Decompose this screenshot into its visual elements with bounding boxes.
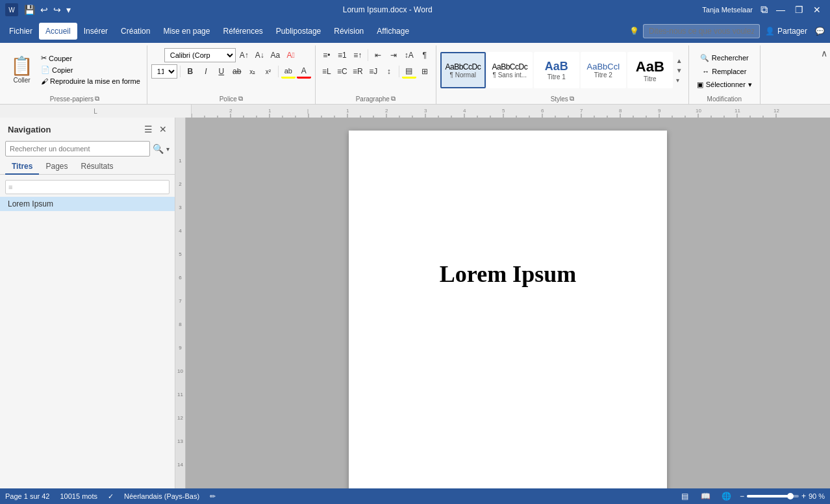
menu-mise-en-page[interactable]: Mise en page [157, 23, 216, 40]
share-button[interactable]: 👤 Partager [760, 24, 812, 38]
indent-decrease-button[interactable]: ⇤ [371, 48, 385, 62]
menu-affichage[interactable]: Affichage [370, 23, 416, 40]
zoom-bar[interactable] [747, 495, 799, 498]
show-marks-button[interactable]: ¶ [418, 48, 432, 62]
shading-button[interactable]: ▤ [402, 64, 416, 79]
navigation-level-bar: ≡ [5, 180, 170, 194]
rechercher-icon: 🔍 [700, 54, 709, 62]
clipboard-expand-icon[interactable]: ⧉ [95, 95, 99, 103]
underline-button[interactable]: U [214, 64, 229, 79]
style-title[interactable]: AaB Titre [627, 52, 673, 88]
styles-expand-icon[interactable]: ⧉ [570, 95, 574, 103]
superscript-button[interactable]: x² [261, 64, 275, 79]
numbering-button[interactable]: ≡1 [335, 48, 349, 62]
menu-fichier[interactable]: Fichier [3, 23, 39, 40]
font-case-button[interactable]: Aa [268, 48, 283, 62]
rechercher-button[interactable]: 🔍 Rechercher [696, 53, 753, 64]
document-page[interactable]: Lorem Ipsum [349, 131, 667, 488]
format-painter-button[interactable]: 🖌 Reproduire la mise en forme [38, 76, 143, 86]
qat-dropdown[interactable]: ▾ [64, 3, 73, 16]
modification-label: Modification [693, 94, 756, 104]
zoom-in-icon[interactable]: + [801, 492, 806, 501]
zoom-thumb[interactable] [787, 493, 794, 499]
remplacer-button[interactable]: ↔ Remplacer [698, 66, 750, 77]
paste-button[interactable]: 📋 Coller [6, 53, 37, 86]
ruler-toggle[interactable]: L [94, 108, 97, 115]
style-normal-label: ¶ Normal [450, 71, 476, 79]
line-spacing-button[interactable]: ↕ [382, 64, 396, 79]
clear-format-button[interactable]: A⃝ [284, 48, 298, 62]
font-name-select[interactable]: Calibri (Corp [164, 48, 236, 62]
menu-references[interactable]: Références [216, 23, 269, 40]
save-button[interactable]: 💾 [22, 3, 37, 16]
read-mode-button[interactable]: 📖 [698, 490, 714, 502]
highlight-button[interactable]: ab [281, 64, 296, 79]
zoom-slider[interactable]: − + 90 % [740, 492, 825, 501]
navigation-tab-titres[interactable]: Titres [5, 159, 39, 175]
menu-revision[interactable]: Révision [327, 23, 370, 40]
restore-button[interactable]: ❐ [791, 2, 807, 18]
menu-inserer[interactable]: Insérer [77, 23, 114, 40]
navigation-tab-resultats[interactable]: Résultats [75, 159, 120, 175]
menu-bar: Fichier Accueil Insérer Création Mise en… [0, 19, 830, 43]
svg-text:8: 8 [619, 108, 622, 114]
ruler-corner: L [0, 105, 192, 118]
align-right-button[interactable]: ≡R [351, 64, 365, 79]
navigation-search-dropdown[interactable]: ▾ [166, 145, 170, 153]
styles-scroll-up[interactable]: ▲ [674, 57, 685, 65]
sort-button[interactable]: ↕A [402, 48, 416, 62]
italic-button[interactable]: I [199, 64, 213, 79]
style-no-spacing[interactable]: AaBbCcDc ¶ Sans int... [487, 52, 533, 88]
navigation-settings-icon[interactable]: ☰ [142, 123, 155, 136]
close-button[interactable]: ✕ [809, 2, 825, 18]
align-justify-button[interactable]: ≡J [366, 64, 381, 79]
navigation-search-icon[interactable]: 🔍 [153, 144, 164, 154]
minimize-button[interactable]: — [773, 2, 788, 18]
multilevel-button[interactable]: ≡↑ [351, 48, 365, 62]
redo-button[interactable]: ↪ [51, 3, 63, 16]
web-layout-button[interactable]: 🌐 [719, 490, 735, 502]
font-expand-icon[interactable]: ⧉ [238, 95, 243, 103]
menu-search-input[interactable] [643, 24, 760, 38]
collapse-ribbon-button[interactable]: ∧ [818, 45, 830, 104]
cut-button[interactable]: ✂ Couper [38, 53, 143, 64]
document-area[interactable]: Lorem Ipsum [186, 118, 830, 488]
strikethrough-button[interactable]: ab [230, 64, 244, 79]
menu-creation[interactable]: Création [114, 23, 157, 40]
style-normal[interactable]: AaBbCcDc ¶ Normal [440, 52, 486, 88]
bold-button[interactable]: B [183, 64, 197, 79]
navigation-tab-pages[interactable]: Pages [39, 159, 74, 175]
print-layout-button[interactable]: ▤ [677, 490, 693, 502]
font-size-select[interactable]: 11 [151, 64, 177, 79]
comment-button[interactable]: 💬 [812, 24, 827, 38]
navigation-close-icon[interactable]: ✕ [157, 123, 170, 136]
align-left-button[interactable]: ≡L [320, 64, 334, 79]
font-shrink-button[interactable]: A↓ [253, 48, 267, 62]
undo-button[interactable]: ↩ [38, 3, 50, 16]
indent-increase-button[interactable]: ⇥ [386, 48, 401, 62]
clipboard-content: 📋 Coller ✂ Couper 📄 Copier 🖌 Reproduire … [6, 45, 143, 94]
zoom-out-icon[interactable]: − [740, 492, 744, 501]
restore-icon[interactable]: ⧉ [761, 4, 768, 16]
borders-button[interactable]: ⊞ [418, 64, 432, 79]
font-color-button[interactable]: A [297, 64, 311, 79]
bullets-button[interactable]: ≡• [320, 48, 334, 62]
selectionner-button[interactable]: ▣ Sélectionner ▾ [693, 79, 756, 90]
style-heading2[interactable]: AaBbCcl Titre 2 [581, 52, 626, 88]
menu-accueil[interactable]: Accueil [39, 23, 77, 40]
language[interactable]: Néerlandais (Pays-Bas) [124, 492, 199, 500]
navigation-search-input[interactable] [5, 141, 150, 157]
font-grow-button[interactable]: A↑ [237, 48, 251, 62]
paragraph-expand-icon[interactable]: ⧉ [391, 95, 396, 103]
style-heading1[interactable]: AaB Titre 1 [534, 52, 579, 88]
navigation-item[interactable]: Lorem Ipsum [0, 197, 175, 211]
align-center-button[interactable]: ≡C [335, 64, 349, 79]
copy-button[interactable]: 📄 Copier [38, 64, 143, 75]
spelling-icon[interactable]: ✓ [108, 492, 114, 501]
styles-more[interactable]: ▾ [674, 76, 685, 84]
document-heading[interactable]: Lorem Ipsum [388, 260, 628, 288]
styles-scroll-down[interactable]: ▼ [674, 66, 685, 75]
menu-publipostage[interactable]: Publipostage [270, 23, 327, 40]
subscript-button[interactable]: x₂ [245, 64, 260, 79]
track-changes-icon[interactable]: ✏ [210, 492, 216, 501]
